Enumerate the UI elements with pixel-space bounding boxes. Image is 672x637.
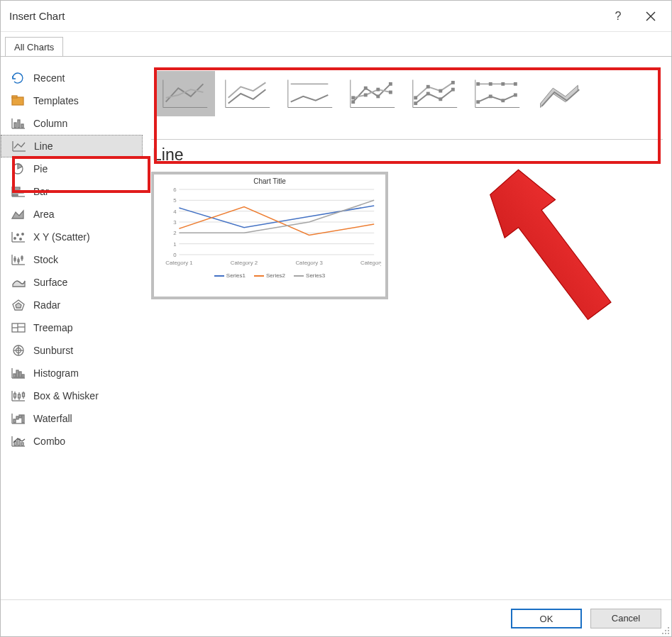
sidebar-item-label: Treemap xyxy=(33,322,73,333)
svg-rect-83 xyxy=(389,91,392,94)
sidebar-item-label: Templates xyxy=(33,95,79,106)
svg-rect-80 xyxy=(351,96,355,99)
sidebar-item-bar[interactable]: Bar xyxy=(1,180,143,203)
divider xyxy=(151,139,663,140)
svg-point-20 xyxy=(14,238,16,240)
svg-rect-45 xyxy=(16,370,18,377)
column-icon xyxy=(11,117,26,130)
sidebar-item-label: Surface xyxy=(33,277,67,288)
svg-rect-31 xyxy=(21,257,23,259)
svg-text:6: 6 xyxy=(173,187,177,193)
help-button[interactable]: ? xyxy=(602,1,634,32)
tab-all-charts[interactable]: All Charts xyxy=(5,37,63,57)
tabs-row: All Charts xyxy=(1,32,671,56)
svg-marker-33 xyxy=(16,303,21,308)
svg-rect-53 xyxy=(18,394,21,398)
svg-point-126 xyxy=(665,630,666,631)
subtype-line[interactable] xyxy=(155,71,215,116)
sidebar-item-line[interactable]: Line xyxy=(1,135,143,157)
combo-icon xyxy=(11,435,26,448)
svg-rect-86 xyxy=(414,101,417,105)
svg-point-22 xyxy=(20,238,22,240)
surface-icon xyxy=(11,276,26,289)
svg-rect-77 xyxy=(364,87,368,90)
insert-chart-dialog: Insert Chart ? All Charts RecentTemplate… xyxy=(0,0,672,637)
close-button[interactable] xyxy=(634,1,667,32)
svg-rect-15 xyxy=(13,191,23,193)
subtype-stacked-line-with-markers[interactable] xyxy=(405,71,465,116)
svg-point-23 xyxy=(22,233,24,236)
main-pane: Line Chart Title 0123456Category 1Catego… xyxy=(143,57,671,599)
svg-rect-79 xyxy=(389,82,392,86)
sidebar-item-recent[interactable]: Recent xyxy=(1,67,143,89)
area-icon xyxy=(11,208,26,221)
svg-rect-51 xyxy=(14,394,16,397)
sidebar-item-pie[interactable]: Pie xyxy=(1,157,143,180)
sidebar-item-label: Pie xyxy=(33,163,48,175)
scatter-icon xyxy=(11,231,26,243)
pie-icon xyxy=(11,162,26,175)
chart-subtype-row xyxy=(155,68,663,119)
svg-rect-44 xyxy=(13,374,16,377)
svg-rect-104 xyxy=(514,82,517,86)
svg-rect-8 xyxy=(21,124,23,128)
sidebar-item-histogram[interactable]: Histogram xyxy=(1,362,143,384)
svg-text:Category 2: Category 2 xyxy=(231,260,258,266)
svg-rect-93 xyxy=(451,81,455,84)
sidebar-item-area[interactable]: Area xyxy=(1,203,143,226)
svg-text:3: 3 xyxy=(173,219,177,226)
svg-text:1: 1 xyxy=(173,241,177,248)
svg-rect-47 xyxy=(22,375,24,377)
sidebar-item-radar[interactable]: Radar xyxy=(1,294,143,316)
sidebar-item-combo[interactable]: Combo xyxy=(1,430,143,453)
chart-preview[interactable]: Chart Title 0123456Category 1Category 2C… xyxy=(151,172,388,299)
sidebar-item-label: Stock xyxy=(33,254,58,265)
stock-icon xyxy=(11,253,26,266)
svg-text:0: 0 xyxy=(173,252,177,258)
svg-text:Category 4: Category 4 xyxy=(360,260,381,266)
svg-text:2: 2 xyxy=(173,230,176,236)
svg-text:4: 4 xyxy=(173,209,177,215)
sidebar-item-stock[interactable]: Stock xyxy=(1,248,143,271)
titlebar: Insert Chart ? xyxy=(1,1,671,32)
svg-rect-6 xyxy=(14,123,16,128)
cancel-button[interactable]: Cancel xyxy=(590,609,661,628)
subtype-100-stacked-line-with-markers[interactable] xyxy=(468,71,527,116)
sidebar-item-waterfall[interactable]: Waterfall xyxy=(1,407,143,430)
svg-marker-17 xyxy=(12,211,23,218)
sidebar-item-column[interactable]: Column xyxy=(1,112,143,135)
resize-grip-icon[interactable] xyxy=(659,624,671,636)
line-icon xyxy=(11,140,27,153)
svg-text:Category 1: Category 1 xyxy=(165,260,193,266)
svg-rect-81 xyxy=(364,94,368,97)
svg-rect-14 xyxy=(13,187,20,189)
sidebar-item-scatter[interactable]: X Y (Scatter) xyxy=(1,226,143,248)
sidebar-item-treemap[interactable]: Treemap xyxy=(1,316,143,339)
sidebar-item-templates[interactable]: Templates xyxy=(1,89,143,112)
sidebar-item-boxwhisker[interactable]: Box & Whisker xyxy=(1,384,143,407)
sidebar-item-sunburst[interactable]: Sunburst xyxy=(1,339,143,362)
sidebar-item-label: Histogram xyxy=(33,367,79,379)
svg-rect-59 xyxy=(16,416,18,419)
ok-button[interactable]: OK xyxy=(511,609,582,628)
subtype-line-with-markers[interactable] xyxy=(343,71,402,116)
sidebar-item-label: Box & Whisker xyxy=(33,390,99,401)
svg-rect-87 xyxy=(426,92,430,96)
templates-icon xyxy=(11,94,26,107)
subtype-100-stacked-line[interactable] xyxy=(280,71,340,116)
sidebar-item-label: Sunburst xyxy=(33,345,73,356)
svg-text:Category 3: Category 3 xyxy=(295,260,323,266)
chart-subtype-icon xyxy=(532,74,588,113)
sidebar-item-label: Area xyxy=(33,209,55,220)
chart-subtype-icon xyxy=(158,74,213,113)
waterfall-icon xyxy=(11,412,26,425)
subtype-stacked-line[interactable] xyxy=(218,71,277,116)
svg-rect-30 xyxy=(18,260,19,262)
svg-point-130 xyxy=(668,633,669,634)
svg-rect-92 xyxy=(439,89,442,93)
svg-point-125 xyxy=(668,627,669,628)
svg-rect-99 xyxy=(501,99,505,102)
subtype-3-d-line[interactable] xyxy=(530,71,590,116)
sidebar-item-surface[interactable]: Surface xyxy=(1,271,143,294)
category-sidebar: RecentTemplatesColumnLinePieBarAreaX Y (… xyxy=(1,57,143,599)
